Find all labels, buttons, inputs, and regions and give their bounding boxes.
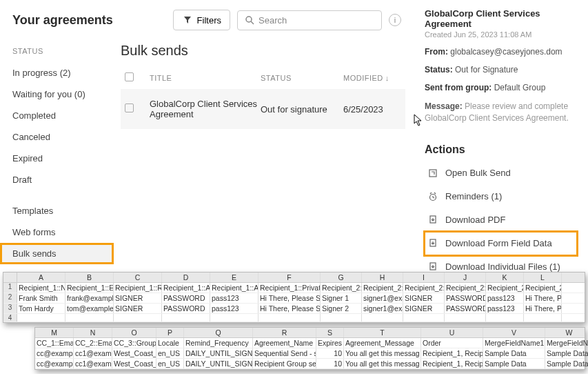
sidebar: STATUS In progress (2) Waiting for you (… — [0, 37, 114, 264]
search-input[interactable]: Search — [237, 10, 382, 30]
sheet-row: 4 — [3, 314, 585, 322]
actions-heading: Actions — [425, 144, 577, 156]
action-label: Download Form Field Data — [445, 238, 552, 248]
sheet-header-row: 1 Recipient_1::Name Recipient_1::Email R… — [3, 283, 585, 293]
action-download-individual-files[interactable]: Download Individual Files (1) — [425, 255, 577, 279]
filter-icon — [182, 14, 193, 26]
filters-label: Filters — [197, 15, 221, 26]
svg-rect-2 — [429, 170, 436, 177]
download-data-icon — [427, 238, 438, 249]
action-label: Reminders (1) — [445, 191, 502, 201]
sheet-row: 3 Tom Hardy tom@example.co SIGNER PASSWO… — [3, 304, 585, 314]
sidebar-item-completed[interactable]: Completed — [0, 105, 114, 126]
action-label: Download Individual Files (1) — [445, 261, 560, 272]
search-icon — [245, 15, 254, 25]
sort-desc-icon: ↓ — [385, 74, 389, 82]
sheet-row: cc@example cc1@exampl West_Coast_E en_US… — [35, 348, 585, 359]
from-label: From: — [425, 47, 448, 57]
row-status: Out for signature — [261, 104, 343, 115]
sheet-header-row: CC_1::Email CC_2::Email CC_3::Group Loca… — [35, 338, 585, 348]
clock-icon — [427, 191, 438, 202]
sidebar-item-waiting[interactable]: Waiting for you (0) — [0, 83, 114, 105]
sidebar-item-draft[interactable]: Draft — [0, 169, 114, 190]
sidebar-item-web-forms[interactable]: Web forms — [0, 221, 114, 243]
action-download-form-field-data[interactable]: Download Form Field Data — [425, 232, 577, 255]
sidebar-item-bulk-sends[interactable]: Bulk sends — [0, 243, 114, 264]
select-all-checkbox[interactable] — [125, 72, 134, 81]
filters-button[interactable]: Filters — [173, 10, 230, 30]
from-value: globalcasey@caseyjones.dom — [450, 47, 562, 57]
status-value: Out for Signature — [455, 65, 518, 75]
spreadsheet-2: M N O P Q R S T U V W CC_1::Email CC_2::… — [34, 327, 585, 370]
detail-created: Created Jun 25, 2023 11:08 AM — [425, 30, 577, 39]
sidebar-item-expired[interactable]: Expired — [0, 148, 114, 169]
open-icon — [427, 168, 438, 179]
group-value: Default Group — [494, 83, 546, 92]
sidebar-item-canceled[interactable]: Canceled — [0, 126, 114, 148]
info-icon[interactable]: i — [389, 14, 401, 26]
row-modified: 6/25/2023 — [343, 104, 401, 115]
row-checkbox[interactable] — [125, 103, 134, 112]
col-modified[interactable]: MODIFIED↓ — [343, 74, 401, 82]
download-files-icon — [427, 261, 438, 273]
table-row[interactable]: GlobalCorp Client Services Agreement Out… — [121, 89, 405, 129]
spreadsheet-1: A B C D E F G H I J K L 1 Recipient_1::N… — [3, 272, 585, 323]
svg-point-0 — [246, 17, 252, 22]
sidebar-item-in-progress[interactable]: In progress (2) — [0, 62, 114, 83]
action-download-pdf[interactable]: Download PDF — [425, 208, 577, 232]
message-label: Message: — [425, 101, 463, 111]
col-title[interactable]: TITLE — [150, 74, 261, 82]
row-title: GlobalCorp Client Services Agreement — [150, 99, 261, 119]
search-placeholder: Search — [258, 15, 287, 26]
sheet-row: 2 Frank Smith frank@example.co SIGNER PA… — [3, 293, 585, 304]
group-label: Sent from group: — [425, 83, 491, 92]
sheet-row: cc@example cc1@exampl West_Coast_E en_US… — [35, 359, 585, 369]
table-header: TITLE STATUS MODIFIED↓ — [121, 67, 405, 89]
action-label: Download PDF — [445, 215, 505, 225]
action-label: Open Bulk Send — [445, 168, 511, 178]
col-status[interactable]: STATUS — [261, 74, 343, 82]
action-reminders[interactable]: Reminders (1) — [425, 185, 577, 208]
sidebar-status-label: STATUS — [0, 43, 114, 62]
sidebar-item-templates[interactable]: Templates — [0, 200, 114, 221]
detail-title: GlobalCorp Client Services Agreement — [425, 8, 577, 29]
svg-line-1 — [251, 21, 254, 24]
page-title: Your agreements — [12, 13, 173, 28]
action-open-bulk-send[interactable]: Open Bulk Send — [425, 161, 577, 185]
content-heading: Bulk sends — [121, 43, 405, 59]
download-icon — [427, 215, 438, 226]
status-label: Status: — [425, 65, 453, 75]
detail-panel: GlobalCorp Client Services Agreement Cre… — [414, 0, 588, 270]
